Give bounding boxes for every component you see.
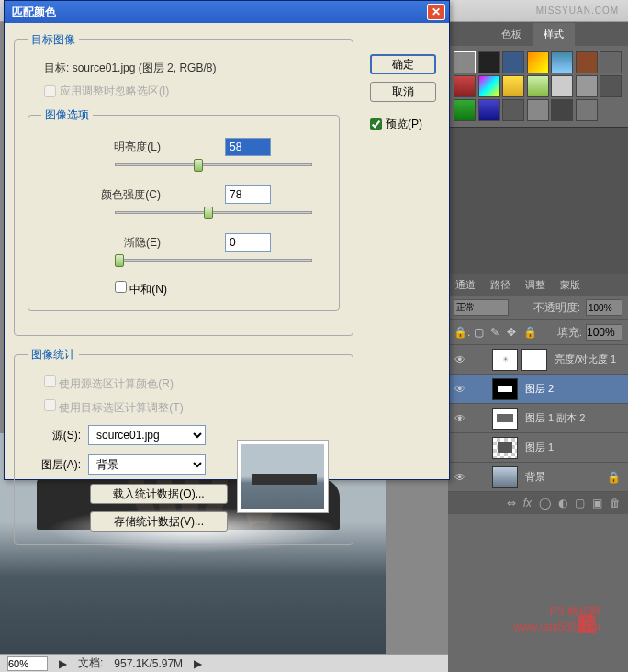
intensity-input[interactable] xyxy=(225,185,271,204)
layer-mask-icon[interactable]: ◯ xyxy=(539,497,551,510)
style-swatch[interactable] xyxy=(551,51,573,73)
visibility-icon[interactable]: 👁 xyxy=(452,353,468,366)
layer-name[interactable]: 图层 1 xyxy=(521,441,624,454)
layer-thumb[interactable] xyxy=(492,466,518,488)
layer-row[interactable]: 👁 ☀ 亮度/对比度 1 xyxy=(448,345,628,375)
styles-grid[interactable] xyxy=(448,46,628,127)
layer-row[interactable]: 👁 背景 🔒 xyxy=(448,463,628,492)
lock-all-icon[interactable]: 🔒 xyxy=(523,326,536,339)
layer-fx-icon[interactable]: fx xyxy=(523,497,532,510)
save-stats-button[interactable]: 存储统计数据(V)... xyxy=(90,511,228,532)
ok-button[interactable]: 确定 xyxy=(370,54,436,74)
tab-channels[interactable]: 通道 xyxy=(448,274,483,296)
luminance-label: 明亮度(L) xyxy=(41,140,170,155)
options-fieldset: 图像选项 明亮度(L) 颜色强度(C) xyxy=(28,107,340,311)
ignore-selection-checkbox: 应用调整时忽略选区(I) xyxy=(44,84,169,99)
style-swatch[interactable] xyxy=(576,99,598,121)
status-bar: ▶ 文档: 957.1K/5.97M ▶ xyxy=(0,654,448,672)
style-swatch[interactable] xyxy=(600,51,622,73)
luminance-input[interactable] xyxy=(225,138,271,156)
preview-checkbox-input[interactable] xyxy=(370,118,382,130)
style-swatch[interactable] xyxy=(576,75,598,97)
style-swatch[interactable] xyxy=(454,75,476,97)
neutralize-checkbox[interactable]: 中和(N) xyxy=(115,283,167,296)
style-swatch[interactable] xyxy=(551,75,573,97)
opacity-input[interactable] xyxy=(586,299,622,316)
fill-input[interactable] xyxy=(586,324,622,341)
lock-move-icon[interactable]: ✥ xyxy=(507,326,520,339)
new-group-icon[interactable]: ▢ xyxy=(575,497,585,510)
style-swatch[interactable] xyxy=(454,99,476,121)
tab-styles[interactable]: 样式 xyxy=(533,23,575,46)
layer-name[interactable]: 图层 1 副本 2 xyxy=(521,411,624,425)
visibility-icon[interactable]: 👁 xyxy=(452,471,468,484)
use-source-selection-checkbox: 使用源选区计算颜色(R) xyxy=(44,377,174,390)
layer-name[interactable]: 亮度/对比度 1 xyxy=(551,353,624,366)
style-swatch[interactable] xyxy=(527,99,549,121)
tab-masks[interactable]: 蒙版 xyxy=(553,274,588,296)
source-select[interactable]: source01.jpg xyxy=(88,425,206,445)
style-swatch[interactable] xyxy=(502,99,524,121)
close-icon[interactable]: ✕ xyxy=(427,4,445,20)
tab-swatches[interactable]: 色板 xyxy=(490,23,533,46)
layer-thumb[interactable]: ☀ xyxy=(492,349,518,371)
use-target-selection-checkbox: 使用目标选区计算调整(T) xyxy=(44,401,184,414)
style-swatch[interactable] xyxy=(454,51,476,73)
style-swatch[interactable] xyxy=(527,75,549,97)
preview-checkbox[interactable]: 预览(P) xyxy=(370,117,436,132)
adjustment-layer-icon[interactable]: ◐ xyxy=(558,497,567,510)
lock-transparency-icon[interactable]: ▢ xyxy=(474,326,487,339)
luminance-slider[interactable] xyxy=(115,158,312,173)
layer-row[interactable]: 👁 图层 1 副本 2 xyxy=(448,404,628,433)
style-swatch[interactable] xyxy=(502,75,524,97)
layer-thumb[interactable] xyxy=(492,408,518,430)
layer-select[interactable]: 背景 xyxy=(88,454,206,475)
link-layers-icon[interactable]: ⇔ xyxy=(507,497,516,510)
fade-slider[interactable] xyxy=(115,253,312,268)
styles-panel-tabs: 颜色 色板 样式 xyxy=(448,22,628,46)
dialog-title: 匹配颜色 xyxy=(12,5,56,20)
layer-row[interactable]: 图层 1 xyxy=(448,433,628,463)
style-swatch[interactable] xyxy=(551,99,573,121)
style-swatch[interactable] xyxy=(478,75,500,97)
trash-icon[interactable]: 🗑 xyxy=(610,497,621,510)
lock-paint-icon[interactable]: ✎ xyxy=(490,326,503,339)
stats-fieldset: 图像统计 使用源选区计算颜色(R) 使用目标选区计算调整(T) 源(S): so… xyxy=(14,347,353,545)
style-swatch[interactable] xyxy=(600,75,622,97)
layer-thumb[interactable] xyxy=(492,378,518,400)
fade-input[interactable] xyxy=(225,233,271,252)
tab-paths[interactable]: 路径 xyxy=(483,274,518,296)
layer-label: 图层(A): xyxy=(33,457,81,473)
source-thumbnail xyxy=(237,440,329,513)
dialog-titlebar[interactable]: 匹配颜色 ✕ xyxy=(5,1,449,23)
target-label: 目标: xyxy=(44,62,69,74)
style-swatch[interactable] xyxy=(527,51,549,73)
intensity-label: 颜色强度(C) xyxy=(41,187,170,203)
layers-footer: ⇔ fx ◯ ◐ ▢ ▣ 🗑 xyxy=(448,492,628,514)
style-swatch[interactable] xyxy=(478,99,500,121)
app-logo-text: MISSYUAN.COM xyxy=(536,6,619,16)
layer-thumb[interactable] xyxy=(492,437,518,459)
layer-name[interactable]: 背景 xyxy=(521,470,603,484)
visibility-icon[interactable]: 👁 xyxy=(452,412,468,425)
blend-mode-select[interactable] xyxy=(454,299,509,316)
match-color-dialog: 匹配颜色 ✕ 确定 取消 预览(P) 目标图像 目标: source01.jpg… xyxy=(4,0,450,480)
target-fieldset: 目标图像 目标: source01.jpg (图层 2, RGB/8) 应用调整… xyxy=(14,32,353,336)
new-layer-icon[interactable]: ▣ xyxy=(592,497,602,510)
layer-name[interactable]: 图层 2 xyxy=(521,382,624,396)
visibility-icon[interactable]: 👁 xyxy=(452,383,468,396)
target-value: source01.jpg (图层 2, RGB/8) xyxy=(73,62,217,74)
layer-row[interactable]: 👁 图层 2 xyxy=(448,375,628,404)
intensity-slider[interactable] xyxy=(115,206,312,220)
layer-mask-thumb[interactable] xyxy=(521,349,547,371)
lock-label-text: 🔒: xyxy=(454,326,470,339)
style-swatch[interactable] xyxy=(576,51,598,73)
load-stats-button[interactable]: 载入统计数据(O)... xyxy=(90,484,228,504)
stats-legend: 图像统计 xyxy=(28,347,79,363)
zoom-input[interactable] xyxy=(7,656,48,671)
tab-adjustments[interactable]: 调整 xyxy=(518,274,553,296)
style-swatch[interactable] xyxy=(478,51,500,73)
style-swatch[interactable] xyxy=(502,51,524,73)
fade-label: 渐隐(E) xyxy=(41,235,170,251)
cancel-button[interactable]: 取消 xyxy=(370,82,436,102)
